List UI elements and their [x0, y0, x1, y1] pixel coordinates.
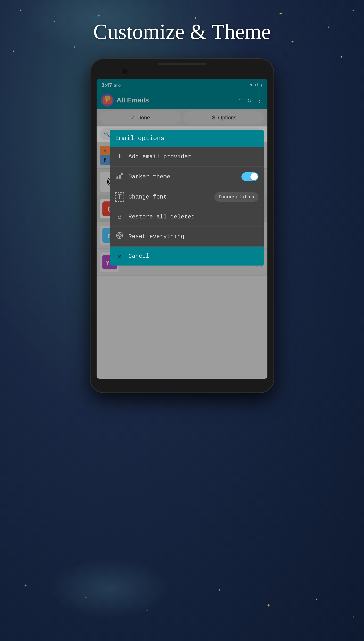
darker-theme-item[interactable]: Darker theme	[110, 167, 264, 187]
page-title: Customize & Theme	[0, 20, 364, 44]
font-value: Inconsolata	[218, 194, 250, 200]
font-icon: T	[115, 192, 124, 202]
add-email-provider-item[interactable]: + Add email provider	[110, 147, 264, 167]
restore-deleted-item[interactable]: ↺ Restore all deleted	[110, 207, 264, 226]
modal-overlay[interactable]: Email options + Add email provider	[96, 79, 268, 379]
darker-theme-label: Darker theme	[128, 174, 237, 180]
darker-theme-toggle[interactable]	[242, 172, 258, 181]
cancel-icon: ✕	[115, 252, 124, 260]
svg-rect-10	[116, 176, 118, 179]
svg-rect-11	[119, 175, 120, 179]
reset-icon	[115, 232, 124, 241]
toggle-knob	[250, 173, 258, 180]
restore-icon: ↺	[115, 212, 124, 221]
modal-dialog: Email options + Add email provider	[110, 130, 264, 266]
font-dropdown[interactable]: Inconsolata ▼	[214, 192, 258, 202]
change-font-item[interactable]: T Change font Inconsolata ▼	[110, 187, 264, 207]
phone-frame: 3:47 ▣ ◎ ▼ ▲l ▮ @ All Emails	[90, 58, 274, 393]
add-icon: +	[115, 152, 124, 161]
dropdown-arrow-icon: ▼	[252, 195, 254, 199]
cancel-label: Cancel	[128, 253, 149, 260]
svg-point-12	[121, 173, 123, 175]
svg-line-15	[123, 175, 123, 176]
phone-screen: 3:47 ▣ ◎ ▼ ▲l ▮ @ All Emails	[96, 79, 268, 379]
add-email-label: Add email provider	[128, 154, 258, 160]
restore-label: Restore all deleted	[128, 214, 258, 220]
cancel-item[interactable]: ✕ Cancel	[110, 246, 264, 266]
theme-icon	[115, 172, 124, 181]
modal-title: Email options	[115, 135, 164, 142]
phone-camera	[121, 68, 128, 75]
phone-notch	[158, 62, 206, 65]
change-font-label: Change font	[128, 194, 210, 200]
modal-header: Email options	[110, 130, 264, 147]
reset-label: Reset everything	[128, 233, 258, 240]
svg-line-14	[123, 172, 123, 173]
svg-point-17	[118, 234, 121, 237]
reset-everything-item[interactable]: Reset everything	[110, 226, 264, 246]
